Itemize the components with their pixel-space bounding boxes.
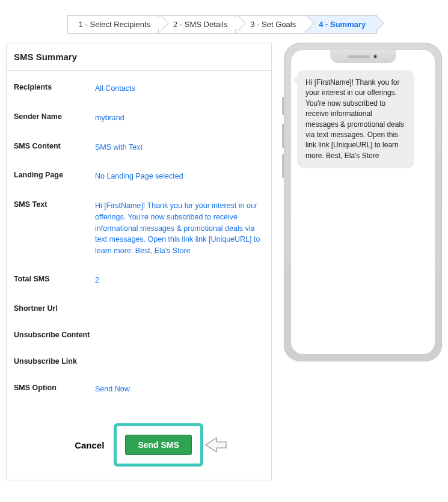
phone-side-button-icon bbox=[282, 124, 284, 148]
step-select-recipients[interactable]: 1 - Select Recipients bbox=[67, 15, 162, 34]
value-total-sms: 2 bbox=[95, 275, 99, 286]
value-sms-option[interactable]: Send Now bbox=[95, 384, 130, 395]
row-recipients: Recipients All Contacts bbox=[14, 83, 264, 94]
phone-side-button-icon bbox=[282, 154, 284, 178]
row-unsubscribe-link: Unsubscribe Link bbox=[14, 357, 264, 366]
value-recipients[interactable]: All Contacts bbox=[95, 83, 135, 94]
pointer-arrow-icon bbox=[204, 436, 227, 453]
row-sender-name: Sender Name mybrand bbox=[14, 112, 264, 124]
step-label: 3 - Set Goals bbox=[250, 20, 296, 29]
label-sms-content: SMS Content bbox=[14, 142, 95, 150]
label-sms-text: SMS Text bbox=[14, 200, 95, 209]
phone-screen: Hi [FirstName]! Thank you for your inter… bbox=[291, 50, 435, 354]
value-landing-page[interactable]: No Landing Page selected bbox=[95, 171, 183, 182]
summary-title: SMS Summary bbox=[7, 43, 271, 71]
label-total-sms: Total SMS bbox=[14, 275, 95, 283]
label-sender-name: Sender Name bbox=[14, 112, 95, 121]
cancel-button[interactable]: Cancel bbox=[75, 440, 104, 450]
step-label: 1 - Select Recipients bbox=[79, 20, 150, 29]
value-sms-text: Hi [FirstName]! Thank you for your inter… bbox=[95, 200, 264, 257]
summary-body: Recipients All Contacts Sender Name mybr… bbox=[7, 71, 271, 394]
row-shortner-url: Shortner Url bbox=[14, 304, 264, 313]
label-unsubscribe-link: Unsubscribe Link bbox=[14, 357, 95, 366]
row-sms-content: SMS Content SMS with Text bbox=[14, 142, 264, 153]
step-sms-details[interactable]: 2 - SMS Details bbox=[158, 15, 239, 34]
label-sms-option: SMS Option bbox=[14, 384, 95, 392]
send-highlight: Send SMS bbox=[114, 423, 203, 467]
summary-panel: SMS Summary Recipients All Contacts Send… bbox=[6, 43, 272, 480]
row-sms-text: SMS Text Hi [FirstName]! Thank you for y… bbox=[14, 200, 264, 257]
value-sender-name[interactable]: mybrand bbox=[95, 112, 124, 124]
summary-footer: Cancel Send SMS bbox=[7, 412, 271, 480]
send-sms-button[interactable]: Send SMS bbox=[125, 435, 191, 455]
wizard-stepper: 1 - Select Recipients 2 - SMS Details 3 … bbox=[0, 0, 448, 43]
step-set-goals[interactable]: 3 - Set Goals bbox=[235, 15, 307, 34]
value-sms-content[interactable]: SMS with Text bbox=[95, 142, 143, 153]
label-shortner-url: Shortner Url bbox=[14, 304, 95, 313]
label-recipients: Recipients bbox=[14, 83, 95, 91]
phone-side-button-icon bbox=[282, 97, 284, 115]
row-unsubscribe-content: Unsubscribe Content bbox=[14, 331, 264, 339]
step-label: 2 - SMS Details bbox=[173, 20, 227, 29]
step-summary[interactable]: 4 - Summary bbox=[304, 15, 377, 34]
phone-notch-icon bbox=[330, 50, 396, 63]
label-landing-page: Landing Page bbox=[14, 171, 95, 179]
row-sms-option: SMS Option Send Now bbox=[14, 384, 264, 395]
row-total-sms: Total SMS 2 bbox=[14, 275, 264, 286]
row-landing-page: Landing Page No Landing Page selected bbox=[14, 171, 264, 182]
sms-preview-bubble: Hi [FirstName]! Thank you for your inter… bbox=[297, 70, 414, 168]
label-unsubscribe-content: Unsubscribe Content bbox=[14, 331, 95, 339]
phone-preview: Hi [FirstName]! Thank you for your inter… bbox=[284, 43, 442, 361]
step-label: 4 - Summary bbox=[319, 20, 366, 29]
